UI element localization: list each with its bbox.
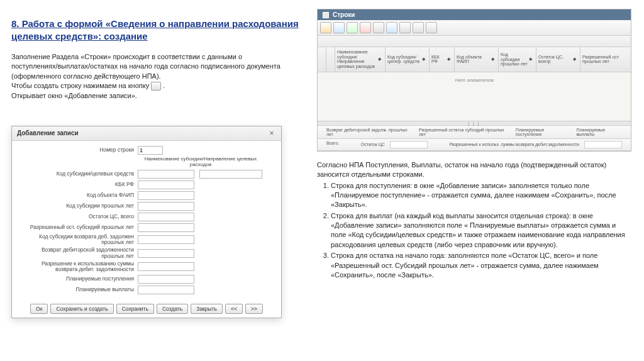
field-label: Планируемые поступления [18,276,138,282]
create-button[interactable]: Создать [157,304,188,314]
planned-income-input[interactable] [138,275,194,284]
toolbar-icon[interactable] [399,22,411,33]
col-header[interactable]: Наименование субсидии/Направление целевы… [337,50,377,69]
toolbar-icon[interactable] [320,22,331,33]
field-label: Номер строки [18,147,138,153]
close-icon[interactable]: × [267,129,276,138]
summary-label: Разрешенный остаток субсидий прошлых лет [415,128,512,136]
field-label: Код объекта ФАИП [18,192,138,198]
field-label: Разрешение к использованию суммы возврат… [18,261,138,273]
planned-expense-input[interactable] [138,286,194,294]
prev-subsidy-code-input[interactable] [138,202,194,211]
field-label: Код субсидии/целевых средств [18,171,138,177]
field-label: Планируемые выплаты [18,287,138,292]
col-header[interactable]: КБК РФ [431,55,446,64]
save-button[interactable]: Сохранить [116,304,154,314]
summary-label: Планируемые поступления [512,128,573,136]
resize-handle[interactable]: | | | [318,121,631,126]
grid-empty-text: Нет элементов [318,72,631,121]
field-label: Возврат дебиторской задолженности прошлы… [18,247,138,259]
toolbar-icon[interactable] [386,22,397,33]
return-debt-input[interactable] [138,249,194,258]
col-header[interactable]: Код объекта ФАИП [457,55,490,64]
next-button[interactable]: >> [245,304,263,314]
toolbar-icon[interactable] [413,22,424,33]
col-header[interactable]: Остаток ЦС, всегф [538,55,572,64]
add-record-dialog: Добавление записи × Номер строки Наимено… [11,126,282,318]
col-header[interactable]: Код субсидии/целеф. средств [387,55,421,64]
toolbar [318,20,631,36]
toolbar-icon[interactable] [360,22,371,33]
summary-label: Возврат дебиторской задолж. прошлых лет [323,128,415,136]
kbk-input[interactable] [138,181,194,189]
summary-value-box [390,141,428,148]
field-label: КБК РФ [18,182,138,187]
intro-p3: Открывает окно «Добавление записи». [11,92,137,99]
instructions-intro: Согласно НПА Поступления, Выплаты, остат… [317,160,631,180]
instructions-block: Согласно НПА Поступления, Выплаты, остат… [317,160,631,280]
close-button[interactable]: Закрыть [191,304,223,314]
save-create-button[interactable]: Сохранить и создать [50,304,113,314]
faip-input[interactable] [138,191,194,200]
balance-input[interactable] [138,213,194,221]
list-item: Строка для остатка на начало года: запол… [331,251,631,280]
intro-p2b: . [163,82,165,89]
field-label: Код субсидии прошлых лет [18,203,138,209]
field-label: Остаток ЦС, всего [18,214,138,219]
row-number-input[interactable] [138,146,163,155]
subsidy-name-label: Наименование субсидии/Направление целевы… [138,157,264,168]
ok-button[interactable]: Ок [30,304,48,314]
col-header[interactable]: Разрешенный ост прошлых лет [582,55,623,64]
total-label: Всего: [323,141,343,148]
allowed-balance-input[interactable] [138,223,194,232]
summary-value-box [584,141,622,148]
panel-title: Строки [333,11,355,18]
field-label: Код субсидии возврата деб. задолжен прош… [18,234,138,246]
summary-label: Остаток ЦС [357,142,389,147]
subsidy-name-input[interactable] [199,170,262,179]
subsidy-code-input[interactable] [138,170,194,179]
prev-button[interactable]: << [225,304,243,314]
rows-panel: Строки Наименование субсидии/Направление… [317,9,631,152]
list-item: Строка для выплат (на каждый код выплаты… [331,211,631,250]
intro-p1: Заполнение Раздела «Строки» происходит в… [11,53,280,80]
dialog-title: Добавление записи [17,130,79,136]
grid-header: Наименование субсидии/Направление целевы… [318,47,631,72]
return-code-input[interactable] [138,235,194,244]
list-item: Строка для поступления: в окне «Добавлен… [331,181,631,210]
toolbar-icon[interactable] [373,22,384,33]
field-label: Разрешенный ост. субсидий прошлых лет [18,225,138,230]
toolbar-icon[interactable] [426,22,437,33]
col-header[interactable]: Код субсидии прошлых лет [501,52,528,67]
toolbar-icon[interactable] [333,22,345,33]
intro-block: Заполнение Раздела «Строки» происходит в… [11,52,282,101]
panel-icon [323,12,329,18]
summary-label: Планируемые выплаты [572,128,626,136]
intro-p2a: Чтобы создать строку нажимаем на кнопку [11,82,151,89]
create-row-icon [151,82,161,91]
toolbar-icon[interactable] [347,22,358,33]
page-title: 8. Работа с формой «Сведения о направлен… [11,18,307,42]
summary-label: Разрешенные к использ. суммы возврата де… [445,142,583,147]
permit-use-input[interactable] [138,262,194,271]
